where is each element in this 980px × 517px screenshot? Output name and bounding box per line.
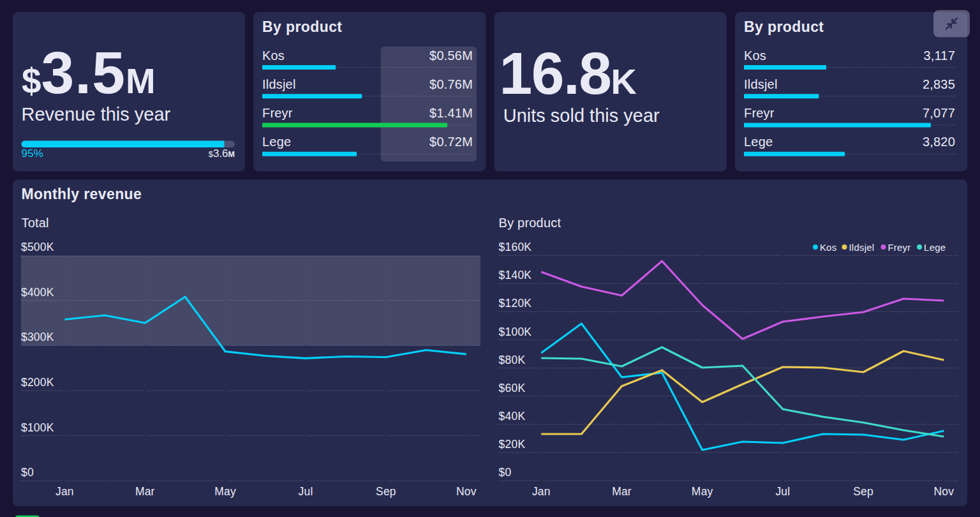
svg-text:Ildsjel: Ildsjel — [744, 77, 778, 91]
svg-text:Jul: Jul — [775, 485, 790, 498]
svg-text:$200K: $200K — [21, 376, 54, 389]
svg-text:$60K: $60K — [499, 382, 526, 394]
svg-text:Lege: Lege — [262, 135, 291, 149]
svg-text:$0.72M: $0.72M — [429, 135, 473, 149]
svg-text:Sep: Sep — [376, 485, 396, 498]
svg-text:$20K: $20K — [499, 438, 526, 451]
svg-text:Revenue this year: Revenue this year — [22, 104, 171, 124]
svg-text:May: May — [214, 485, 236, 498]
svg-text:Mar: Mar — [135, 485, 155, 498]
svg-text:By product: By product — [744, 19, 824, 35]
svg-text:Jan: Jan — [56, 485, 74, 498]
svg-text:$40K: $40K — [499, 410, 526, 423]
svg-text:Lege: Lege — [924, 242, 946, 253]
svg-text:Kos: Kos — [744, 49, 766, 63]
svg-text:Mar: Mar — [612, 485, 632, 498]
svg-text:95%: 95% — [22, 147, 44, 160]
svg-text:Jan: Jan — [532, 485, 551, 498]
svg-text:Nov: Nov — [933, 485, 954, 498]
svg-text:3,117: 3,117 — [923, 49, 955, 63]
svg-text:$0: $0 — [21, 466, 34, 479]
svg-text:$0.76M: $0.76M — [429, 77, 473, 91]
svg-text:Ildsjel: Ildsjel — [262, 77, 296, 91]
svg-text:Nov: Nov — [456, 485, 477, 498]
svg-text:Total: Total — [22, 216, 49, 230]
svg-text:Sep: Sep — [853, 485, 873, 498]
svg-text:$100K: $100K — [21, 421, 54, 434]
svg-text:$500K: $500K — [21, 241, 54, 253]
svg-text:Ildsjel: Ildsjel — [849, 242, 875, 253]
svg-text:Units sold this year: Units sold this year — [503, 105, 660, 126]
svg-text:$300K: $300K — [21, 331, 54, 343]
svg-text:$400K: $400K — [21, 286, 54, 299]
svg-text:$80K: $80K — [499, 354, 526, 366]
svg-text:3,820: 3,820 — [923, 135, 955, 149]
svg-text:Monthly revenue: Monthly revenue — [22, 186, 142, 202]
svg-text:Kos: Kos — [262, 49, 285, 63]
svg-text:Freyr: Freyr — [888, 242, 911, 253]
svg-text:$0.56M: $0.56M — [429, 49, 473, 63]
svg-text:$0: $0 — [499, 466, 512, 479]
svg-text:2,835: 2,835 — [923, 77, 955, 91]
svg-text:7,077: 7,077 — [923, 106, 955, 120]
svg-text:$100K: $100K — [499, 326, 532, 338]
svg-text:$160K: $160K — [499, 241, 532, 253]
svg-text:$1.41M: $1.41M — [429, 106, 473, 120]
svg-text:Jul: Jul — [299, 485, 313, 498]
svg-text:$120K: $120K — [499, 297, 532, 310]
svg-text:Kos: Kos — [820, 242, 836, 253]
svg-text:Freyr: Freyr — [262, 106, 293, 120]
svg-text:Lege: Lege — [744, 135, 773, 149]
svg-text:May: May — [692, 485, 713, 498]
svg-text:$140K: $140K — [499, 269, 532, 281]
svg-text:By product: By product — [262, 19, 342, 35]
svg-text:Freyr: Freyr — [744, 106, 775, 120]
svg-text:By product: By product — [499, 216, 561, 230]
